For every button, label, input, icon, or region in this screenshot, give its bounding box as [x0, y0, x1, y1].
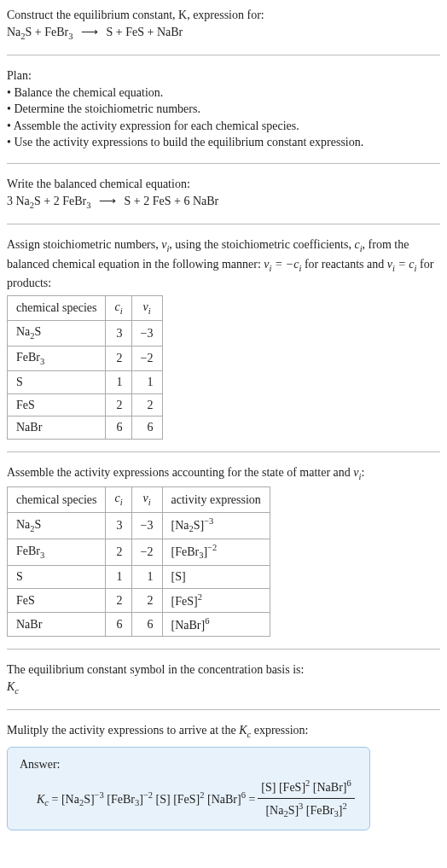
- cell-nui: 1: [131, 371, 162, 394]
- text: [FeBr: [171, 545, 200, 558]
- symbol-sub: i: [120, 306, 123, 315]
- kc-symbol-text: The equilibrium constant symbol in the c…: [7, 661, 440, 679]
- divider: [7, 163, 440, 164]
- col-activity: activity expression: [162, 487, 270, 512]
- text: [Na: [171, 519, 189, 532]
- eq-sub: 3: [86, 200, 90, 209]
- cell-species: FeS: [8, 588, 106, 612]
- sup: 6: [346, 778, 351, 788]
- answer-box: Answer: Kc = [Na2S]−3 [FeBr3]−2 [S] [FeS…: [7, 747, 370, 830]
- sub: 3: [40, 356, 44, 365]
- symbol-k: K: [239, 724, 247, 737]
- kc-flat: Kc = [Na2S]−3 [FeBr3]−2 [S] [FeS]2 [NaBr…: [37, 789, 255, 810]
- eq-part: S + 2 FeBr: [34, 195, 86, 207]
- balanced-section: Write the balanced chemical equation: 3 …: [7, 176, 440, 212]
- table-row: NaBr 6 6 [NaBr]6: [8, 613, 270, 637]
- text: Mulitply the activity expressions to arr…: [7, 724, 239, 737]
- table-row: Na2S 3 −3 [Na2S]−3: [8, 512, 270, 539]
- table-header-row: chemical species ci νi activity expressi…: [8, 487, 270, 512]
- table-row: FeS 2 2 [FeS]2: [8, 588, 270, 612]
- answer-label: Answer:: [20, 756, 357, 773]
- cell-ci: 6: [106, 417, 131, 440]
- sup: −3: [95, 790, 104, 800]
- text: [S] [FeS]: [261, 781, 305, 794]
- cell-species: FeBr3: [8, 539, 106, 566]
- text: [FeS]: [171, 594, 198, 607]
- text: , using the stoichiometric coefficients,: [169, 238, 354, 251]
- sup: 2: [342, 801, 346, 811]
- cell-species: Na2S: [8, 321, 106, 346]
- col-ci: ci: [106, 295, 131, 320]
- activity-table: chemical species ci νi activity expressi…: [7, 486, 270, 637]
- balanced-equation: 3 Na2S + 2 FeBr3 ⟶ S + 2 FeS + 6 NaBr: [7, 193, 440, 212]
- plan-title: Plan:: [7, 67, 440, 84]
- col-nui: νi: [131, 295, 162, 320]
- divider: [7, 55, 440, 55]
- prompt: Construct the equilibrium constant, K, e…: [7, 7, 440, 43]
- col-species: chemical species: [8, 487, 106, 512]
- cell-ci: 2: [106, 393, 131, 417]
- divider: [7, 649, 440, 650]
- cell-nui: 6: [131, 613, 162, 637]
- sup: −2: [143, 790, 153, 800]
- prompt-line1: Construct the equilibrium constant, K, e…: [7, 9, 264, 21]
- cell-ci: 1: [106, 371, 131, 394]
- symbol-sub: i: [120, 498, 123, 507]
- stoich-table: chemical species ci νi Na2S 3 −3 FeBr3 2…: [7, 295, 163, 440]
- table-row: FeBr3 2 −2: [8, 346, 163, 370]
- text: Assign stoichiometric numbers,: [7, 238, 161, 251]
- cell-species: S: [8, 371, 106, 394]
- cell-ci: 3: [106, 512, 131, 539]
- table-row: FeS 2 2: [8, 393, 163, 417]
- plan-bullet: • Assemble the activity expression for e…: [7, 118, 440, 135]
- table-row: FeBr3 2 −2 [FeBr3]−2: [8, 539, 270, 566]
- col-nui: νi: [131, 487, 162, 512]
- plan-bullet: • Use the activity expressions to build …: [7, 134, 440, 151]
- text: = [Na: [49, 792, 79, 805]
- kc-expression: Kc = [Na2S]−3 [FeBr3]−2 [S] [FeS]2 [NaBr…: [20, 778, 357, 820]
- cell-nui: −3: [131, 512, 162, 539]
- text: Na: [16, 518, 30, 531]
- col-species: chemical species: [8, 295, 106, 320]
- cell-species: FeS: [8, 393, 106, 417]
- text: FeBr: [16, 545, 40, 557]
- kc-fraction: [S] [FeS]2 [NaBr]6 [Na2S]3 [FeBr3]2: [258, 778, 354, 820]
- text: S]: [84, 792, 94, 805]
- text: =: [246, 792, 255, 805]
- cell-activity: [FeS]2: [162, 588, 270, 612]
- text: [FeBr: [104, 792, 135, 805]
- fraction-denominator: [Na2S]3 [FeBr3]2: [258, 799, 354, 821]
- sup: −2: [207, 543, 217, 552]
- text: = c: [395, 258, 415, 271]
- text: expression:: [251, 724, 308, 737]
- cell-species: FeBr3: [8, 346, 106, 370]
- text: S: [35, 518, 42, 531]
- eq-part: 3 Na: [7, 195, 30, 207]
- fraction-numerator: [S] [FeS]2 [NaBr]6: [258, 778, 354, 798]
- cell-nui: 2: [131, 588, 162, 612]
- text: [NaBr]: [310, 781, 346, 794]
- col-ci: ci: [106, 487, 131, 512]
- text: Assemble the activity expressions accoun…: [7, 466, 353, 479]
- eq-part: S + FeBr: [26, 26, 69, 38]
- sup: 6: [205, 616, 209, 626]
- arrow-icon: ⟶: [76, 26, 103, 38]
- cell-activity: [S]: [162, 566, 270, 589]
- symbol-k: K: [37, 792, 44, 805]
- cell-nui: −2: [131, 346, 162, 370]
- table-row: NaBr 6 6: [8, 417, 163, 440]
- table-row: S 1 1 [S]: [8, 566, 270, 589]
- cell-ci: 1: [106, 566, 131, 589]
- eq-part: S + FeS + NaBr: [107, 26, 183, 38]
- text: FeBr: [16, 351, 40, 364]
- divider: [7, 224, 440, 224]
- eq-part: S + 2 FeS + 6 NaBr: [125, 195, 219, 207]
- cell-species: Na2S: [8, 512, 106, 539]
- arrow-icon: ⟶: [94, 195, 121, 207]
- multiply-intro: Mulitply the activity expressions to arr…: [7, 722, 440, 741]
- symbol-sub: c: [15, 686, 19, 696]
- sub: 3: [40, 551, 44, 560]
- plan-section: Plan: • Balance the chemical equation. •…: [7, 67, 440, 151]
- text: :: [361, 466, 364, 479]
- kc-symbol: Kc: [7, 679, 440, 697]
